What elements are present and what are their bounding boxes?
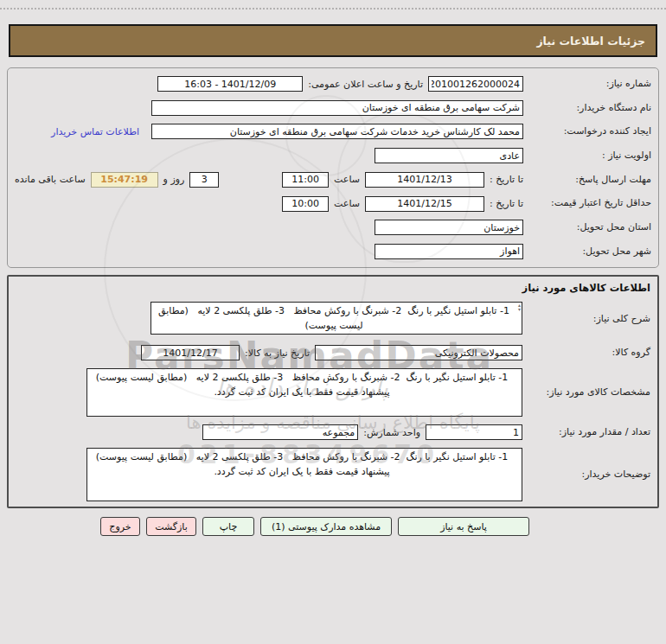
deadline-hour-label: ساعت — [334, 174, 360, 185]
deadline-time-field[interactable] — [282, 172, 329, 188]
quantity-label: تعداد / مقدار مورد نیاز: — [528, 426, 650, 438]
days-remaining-field[interactable] — [189, 172, 219, 188]
specs-row: مشخصات کالای مورد نیاز: 1- تابلو استیل ن… — [16, 368, 650, 417]
remaining-suffix-label: ساعت باقی مانده — [15, 174, 86, 185]
validity-hour-label: ساعت — [334, 198, 360, 209]
buyer-notes-row: توضیحات خریدار: 1- تابلو استیل نگیر با ر… — [16, 448, 650, 501]
scrollbar-arrows-icon[interactable]: ▴▾ — [518, 303, 521, 311]
top-dotted-divider — [0, 8, 666, 10]
city-row: شهر محل تحویل: — [15, 244, 651, 259]
back-button[interactable]: بازگشت — [146, 517, 196, 536]
countdown-timer-field — [91, 172, 158, 188]
unit-label: واحد شمارش: — [363, 427, 420, 438]
city-field[interactable] — [375, 244, 523, 259]
deadline-label: مهلت ارسال پاسخ: — [528, 174, 651, 186]
general-description-label: شرح کلی نیاز: — [528, 313, 650, 325]
page-title-bar: جزئیات اطلاعات نیاز — [9, 24, 657, 57]
unit-field[interactable] — [202, 424, 358, 440]
need-number-label: شماره نیاز: — [528, 78, 651, 90]
action-buttons-bar: پاسخ به نیاز مشاهده مدارک پیوستی (1) چاپ… — [100, 517, 529, 536]
creator-field[interactable] — [151, 124, 523, 139]
specs-field[interactable]: 1- تابلو استیل نگیر با رنگ 2- شبرنگ با ر… — [86, 368, 522, 417]
need-date-label: تاریخ نیاز به کالا: — [245, 348, 310, 359]
goods-group-field[interactable] — [315, 345, 522, 360]
quantity-field[interactable] — [426, 424, 522, 440]
goods-group-row: گروه کالا: تاریخ نیاز به کالا: — [16, 345, 650, 360]
validity-time-field[interactable] — [282, 196, 329, 212]
buyer-org-field[interactable] — [151, 100, 523, 116]
priority-field[interactable] — [375, 148, 523, 163]
province-row: استان محل تحویل: — [15, 220, 651, 235]
priority-row: اولویت نیاز : — [15, 148, 651, 163]
priority-label: اولویت نیاز : — [528, 150, 651, 162]
need-details-page: جزئیات اطلاعات نیاز شماره نیاز: تاریخ و … — [0, 0, 666, 644]
announce-label: تاریخ و ساعت اعلان عمومی: — [308, 79, 423, 90]
city-label: شهر محل تحویل: — [528, 245, 651, 258]
goods-section-title: اطلاعات کالاهای مورد نیاز — [16, 282, 650, 294]
buyer-notes-label: توضیحات خریدار: — [528, 469, 650, 481]
deadline-row: مهلت ارسال پاسخ: تا تاریخ : ساعت روز و س… — [15, 172, 651, 188]
validity-date-field[interactable] — [365, 196, 484, 212]
goods-group-label: گروه کالا: — [528, 347, 650, 359]
goods-info-panel: اطلاعات کالاهای مورد نیاز شرح کلی نیاز: … — [7, 275, 659, 508]
page-title: جزئیات اطلاعات نیاز — [536, 35, 645, 48]
price-validity-row: حداقل تاریخ اعتبار قیمت: تا تاریخ : ساعت — [15, 196, 651, 212]
days-suffix-label: روز و — [163, 174, 185, 185]
respond-to-need-button[interactable]: پاسخ به نیاز — [398, 517, 529, 536]
deadline-date-field[interactable] — [365, 172, 484, 188]
quantity-row: تعداد / مقدار مورد نیاز: واحد شمارش: — [16, 424, 650, 440]
need-number-field[interactable] — [428, 76, 523, 92]
print-button[interactable]: چاپ — [202, 517, 254, 536]
general-description-row: شرح کلی نیاز: 1- تابلو استیل نگیر با رنگ… — [16, 302, 650, 337]
creator-label: ایجاد کننده درخواست: — [528, 125, 651, 137]
buyer-org-label: نام دستگاه خریدار: — [528, 102, 651, 114]
validity-until-label: تا تاریخ : — [490, 198, 523, 209]
exit-button[interactable]: خروج — [100, 517, 140, 536]
view-attachments-button[interactable]: مشاهده مدارک پیوستی (1) — [260, 517, 392, 536]
general-description-wrap: 1- تابلو استیل نگیر با رنگ 2- شبرنگ با ر… — [150, 302, 522, 337]
specs-label: مشخصات کالای مورد نیاز: — [528, 386, 650, 399]
buyer-contact-link[interactable]: اطلاعات تماس خریدار — [51, 126, 139, 137]
province-label: استان محل تحویل: — [528, 221, 651, 233]
province-field[interactable] — [375, 220, 523, 235]
need-date-field[interactable] — [141, 345, 240, 360]
price-validity-label: حداقل تاریخ اعتبار قیمت: — [528, 197, 651, 209]
announce-datetime-field[interactable] — [157, 76, 303, 92]
need-number-row: شماره نیاز: تاریخ و ساعت اعلان عمومی: — [15, 76, 651, 92]
buyer-org-row: نام دستگاه خریدار: — [15, 100, 651, 116]
deadline-until-label: تا تاریخ : — [490, 174, 523, 185]
general-description-field[interactable]: 1- تابلو استیل نگیر با رنگ 2- شبرنگ با ر… — [150, 302, 522, 335]
need-info-panel: شماره نیاز: تاریخ و ساعت اعلان عمومی: نا… — [7, 67, 659, 268]
buyer-notes-field[interactable]: 1- تابلو استیل نگیر با رنگ 2- شبرنگ با ر… — [86, 448, 522, 501]
creator-row: ایجاد کننده درخواست: اطلاعات تماس خریدار — [15, 124, 651, 139]
